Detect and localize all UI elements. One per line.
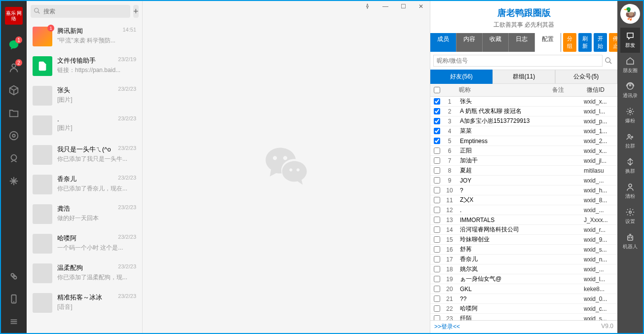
tab-favorites[interactable]: 收藏	[483, 33, 509, 52]
filter-input[interactable]	[433, 55, 603, 67]
grid-check-all[interactable]	[434, 87, 440, 93]
sidebar-item-换群[interactable]: 换群	[620, 153, 640, 179]
sidebar-item-通讯录[interactable]: 通讯录	[620, 78, 640, 103]
subtab-groups[interactable]: 群组(11)	[492, 70, 555, 84]
row-checkbox[interactable]	[434, 187, 440, 193]
row-checkbox[interactable]	[434, 108, 440, 114]
row-checkbox[interactable]	[434, 138, 440, 144]
chat-item[interactable]: 张头23/2/23[图片]	[27, 81, 142, 111]
menu-icon[interactable]	[7, 315, 20, 328]
grid-row[interactable]: 21 ?? wxid_0...	[430, 294, 617, 304]
folder-icon[interactable]	[7, 107, 20, 119]
moments-icon[interactable]	[7, 129, 20, 142]
row-checkbox[interactable]	[434, 128, 440, 134]
row-checkbox[interactable]	[434, 167, 440, 174]
row-checkbox[interactable]	[434, 217, 440, 223]
pin-button[interactable]	[359, 1, 377, 12]
chat-item[interactable]: 文件传输助手23/2/19链接：https://pan.baid...	[27, 51, 142, 81]
chat-item[interactable]: 精准拓客～冰冰23/2/23[语音]	[27, 288, 142, 318]
cube-icon[interactable]	[7, 84, 20, 97]
grid-row[interactable]: 9 JOY wxid_...	[430, 176, 617, 186]
row-checkbox[interactable]	[434, 276, 440, 282]
chat-tab-icon[interactable]: 1	[7, 38, 20, 51]
chat-search-input[interactable]	[31, 5, 130, 18]
row-checkbox[interactable]	[434, 236, 440, 243]
grid-row[interactable]: 23 纤陌 wxid_s...	[430, 314, 617, 320]
grid-row[interactable]: 19 ぁ一身仙女气@ wxid_l...	[430, 274, 617, 284]
sidebar-item-拉群[interactable]: 拉群	[620, 128, 640, 153]
row-checkbox[interactable]	[434, 157, 440, 164]
row-checkbox[interactable]	[434, 315, 440, 320]
svg-point-1	[10, 132, 18, 140]
phone-icon[interactable]	[7, 293, 20, 305]
refresh-button[interactable]: 刷新	[578, 33, 592, 52]
star-icon[interactable]	[7, 175, 20, 187]
row-checkbox[interactable]	[434, 286, 440, 292]
grid-row[interactable]: 16 舒苒 wxid_s...	[430, 245, 617, 255]
grid-row[interactable]: 18 姚尔岚 wxid_...	[430, 264, 617, 274]
sidebar-item-清粉[interactable]: 清粉	[620, 179, 640, 204]
grid-row[interactable]: 3 A加多宝小崽15137729913 wxid_p...	[430, 116, 617, 126]
tab-members[interactable]: 成员	[430, 33, 456, 52]
row-wxid: wxid_0...	[584, 296, 617, 302]
close-button[interactable]: ✕	[412, 1, 430, 12]
chat-item[interactable]: .23/2/23[图片]	[27, 111, 142, 140]
login-link[interactable]: >>登录<<	[434, 323, 460, 331]
subtab-friends[interactable]: 好友(56)	[430, 70, 492, 84]
chat-item[interactable]: 哈喽阿23/2/23一个码一个小时 这个是...	[27, 229, 142, 259]
grid-row[interactable]: 10 ? wxid_h...	[430, 186, 617, 195]
miniprogram-icon[interactable]	[7, 270, 20, 283]
grid-row[interactable]: 7 加油干 wxid_jl...	[430, 156, 617, 166]
sidebar-item-机器人[interactable]: 机器人	[620, 229, 640, 254]
grid-row[interactable]: 22 哈喽阿 wxid_c...	[430, 304, 617, 314]
row-checkbox[interactable]	[434, 197, 440, 203]
group-button[interactable]: 分组	[563, 33, 576, 52]
row-checkbox[interactable]	[434, 256, 440, 262]
subtab-accounts[interactable]: 公众号(5)	[555, 70, 617, 84]
grid-row[interactable]: 13 IMMORTALS J_Xxxx...	[430, 215, 617, 225]
tab-log[interactable]: 日志	[509, 33, 535, 52]
contacts-tab-icon[interactable]: 2	[7, 61, 20, 74]
chat-item[interactable]: 香奈儿23/2/23你已添加了香奈儿，现在...	[27, 170, 142, 199]
sidebar-item-设置[interactable]: 设置	[620, 204, 640, 229]
filter-search-icon[interactable]	[603, 55, 614, 67]
sidebar-item-朋友圈[interactable]: 朋友圈	[620, 53, 640, 78]
sidebar-item-爆粉[interactable]: 爆粉	[620, 103, 640, 128]
row-checkbox[interactable]	[434, 177, 440, 184]
grid-row[interactable]: 17 香奈儿 wxid_n...	[430, 255, 617, 264]
grid-row[interactable]: 2 A 奶瓶 代发私聊 接冠名 wxid_l...	[430, 107, 617, 116]
row-checkbox[interactable]	[434, 118, 440, 124]
row-checkbox[interactable]	[434, 207, 440, 213]
grid-row[interactable]: 14 沿河瑆睿网络科技公司 wxid_r...	[430, 225, 617, 235]
row-checkbox[interactable]	[434, 296, 440, 302]
row-nickname: 张头	[456, 97, 549, 106]
grid-row[interactable]: 6 正阳 wxid_x...	[430, 146, 617, 156]
row-checkbox[interactable]	[434, 226, 440, 233]
channels-icon[interactable]	[7, 152, 20, 165]
chat-item[interactable]: 1 腾讯新闻14:51"甲流"来袭 科学预防...	[27, 22, 142, 51]
row-checkbox[interactable]	[434, 266, 440, 272]
grid-row[interactable]: 15 玲妹聊创业 wxid_9...	[430, 235, 617, 245]
row-checkbox[interactable]	[434, 148, 440, 154]
start-button[interactable]: 开始	[594, 33, 607, 52]
row-nickname: 舒苒	[456, 245, 549, 254]
grid-row[interactable]: 1 张头 wxid_x...	[430, 97, 617, 107]
grid-row[interactable]: 4 菜菜 wxid_1...	[430, 126, 617, 136]
chat-item[interactable]: 温柔配狗23/2/23你已添加了温柔配狗，现...	[27, 259, 142, 288]
grid-row[interactable]: 8 夏超 mitilasu	[430, 166, 617, 176]
maximize-button[interactable]: ☐	[394, 1, 412, 12]
chat-item[interactable]: 龚浩23/2/23做的好一天回本	[27, 199, 142, 229]
grid-row[interactable]: 20 GKL keke8...	[430, 284, 617, 294]
sidebar-item-群发[interactable]: 群发	[620, 28, 640, 53]
grid-row[interactable]: 5 Emptiness wxid_2...	[430, 136, 617, 146]
tab-content[interactable]: 内容	[456, 33, 483, 52]
row-checkbox[interactable]	[434, 246, 440, 253]
add-chat-button[interactable]: +	[133, 5, 139, 18]
grid-row[interactable]: 12 . wxid_...	[430, 205, 617, 215]
chat-item[interactable]: 我只是一头牛ㄟ(^o23/2/23你已添加了我只是一头牛...	[27, 140, 142, 170]
minimize-button[interactable]: —	[377, 1, 394, 12]
row-checkbox[interactable]	[434, 305, 440, 312]
tab-config[interactable]: 配置	[535, 33, 561, 52]
grid-row[interactable]: 11 Z〤X wxid_8...	[430, 195, 617, 205]
row-checkbox[interactable]	[434, 98, 440, 105]
